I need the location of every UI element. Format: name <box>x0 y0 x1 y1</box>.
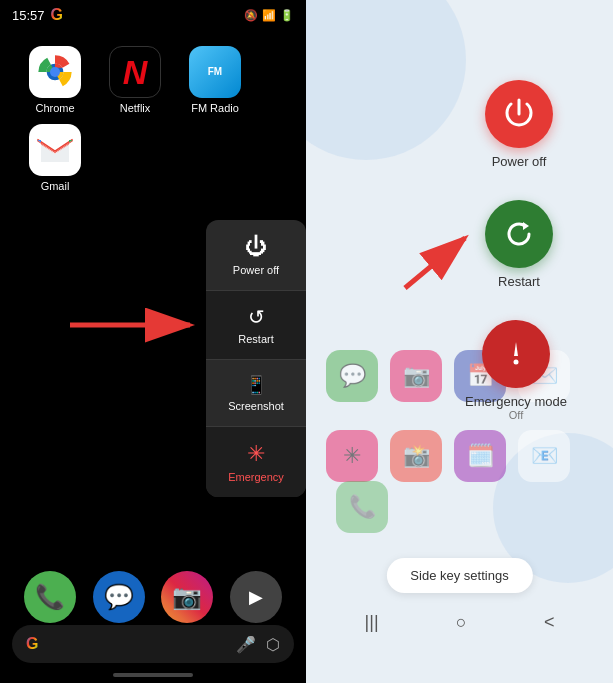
svg-marker-7 <box>523 222 529 230</box>
right-arrow-container <box>395 218 485 302</box>
power-menu-item-screenshot[interactable]: 📱 Screenshot <box>206 360 306 427</box>
emergency-circle <box>482 320 550 388</box>
side-key-label: Side key settings <box>410 568 508 583</box>
instagram-icon: 📷 <box>172 583 202 611</box>
restart-menu-label: Restart <box>238 333 273 345</box>
status-bar: 15:57 G 🔕 📶 🔋 <box>0 0 306 30</box>
microphone-icon[interactable]: 🎤 <box>236 635 256 654</box>
bg-icon-star: ✳ <box>326 430 378 482</box>
nav-back-button[interactable]: < <box>544 612 555 633</box>
messages-icon: 💬 <box>104 583 134 611</box>
dock-messages[interactable]: 💬 <box>93 571 145 623</box>
restart-label: Restart <box>498 274 540 289</box>
app-icon-netflix[interactable]: N Netflix <box>100 46 170 114</box>
power-menu: ⏻ Power off ↺ Restart 📱 Screenshot ✳ Eme… <box>206 220 306 497</box>
side-key-settings-button[interactable]: Side key settings <box>386 558 532 593</box>
bg-circle-1 <box>306 0 466 160</box>
netflix-n: N <box>123 53 148 92</box>
home-indicator <box>113 673 193 677</box>
bg-phone-icon: 📞 <box>336 481 388 533</box>
app-grid: Chrome N Netflix FM FM Radio <box>0 30 306 208</box>
assistant-icon: ▶ <box>249 586 263 608</box>
svg-point-9 <box>514 360 519 365</box>
chrome-label: Chrome <box>35 102 74 114</box>
emergency-icon: ✳ <box>247 441 265 467</box>
status-bar-left: 15:57 G <box>12 6 63 24</box>
bg-icon-gm2: 📧 <box>518 430 570 482</box>
bg-icon-camera: 📷 <box>390 350 442 402</box>
phone-icon: 📞 <box>35 583 65 611</box>
restart-button[interactable]: Restart <box>485 200 553 289</box>
fm-text: FM <box>208 66 222 78</box>
power-off-circle <box>485 80 553 148</box>
search-bar[interactable]: G 🎤 ⬡ <box>12 625 294 663</box>
right-panel: 💬 📷 📅 ✉️ ✳ 📸 🗓️ 📧 📞 Power off Res <box>306 0 613 683</box>
netflix-label: Netflix <box>120 102 151 114</box>
signal-icon: 📶 <box>262 9 276 22</box>
bg-icon-cam: 📸 <box>390 430 442 482</box>
left-arrow-container <box>60 300 210 354</box>
app-icon-fm[interactable]: FM FM Radio <box>180 46 250 114</box>
battery-icon: 🔋 <box>280 9 294 22</box>
fm-icon-img: FM <box>189 46 241 98</box>
emergency-label: Emergency mode <box>465 394 567 409</box>
gmail-icon-img <box>29 124 81 176</box>
fm-label: FM Radio <box>191 102 239 114</box>
app-icon-chrome[interactable]: Chrome <box>20 46 90 114</box>
svg-point-2 <box>50 67 60 77</box>
lens-icon[interactable]: ⬡ <box>266 635 280 654</box>
bg-icon-messages: 💬 <box>326 350 378 402</box>
bottom-nav-right: ||| ○ < <box>306 612 613 633</box>
power-off-label: Power off <box>492 154 547 169</box>
restart-menu-icon: ↺ <box>248 305 265 329</box>
status-bar-right: 🔕 📶 🔋 <box>244 9 294 22</box>
netflix-icon-img: N <box>109 46 161 98</box>
dock: 📞 💬 📷 ▶ <box>0 571 306 623</box>
dock-instagram[interactable]: 📷 <box>161 571 213 623</box>
nav-recents-button[interactable]: ||| <box>365 612 379 633</box>
screenshot-icon: 📱 <box>245 374 267 396</box>
emergency-mode-button[interactable]: Emergency mode Off <box>465 320 567 421</box>
left-panel: 15:57 G 🔕 📶 🔋 <box>0 0 306 683</box>
power-menu-item-restart[interactable]: ↺ Restart <box>206 291 306 360</box>
power-off-icon: ⏻ <box>245 234 267 260</box>
dock-assistant[interactable]: ▶ <box>230 571 282 623</box>
restart-circle <box>485 200 553 268</box>
emergency-menu-label: Emergency <box>228 471 284 483</box>
screenshot-label: Screenshot <box>228 400 284 412</box>
power-off-menu-label: Power off <box>233 264 279 276</box>
app-icon-gmail[interactable]: Gmail <box>20 124 90 192</box>
nav-home-button[interactable]: ○ <box>456 612 467 633</box>
gmail-label: Gmail <box>41 180 70 192</box>
power-off-button[interactable]: Power off <box>485 80 553 169</box>
dock-phone[interactable]: 📞 <box>24 571 76 623</box>
search-google-logo: G <box>26 635 38 653</box>
chrome-icon-img <box>29 46 81 98</box>
mute-icon: 🔕 <box>244 9 258 22</box>
clock: 15:57 <box>12 8 45 23</box>
google-logo: G <box>51 6 63 24</box>
power-menu-item-emergency[interactable]: ✳ Emergency <box>206 427 306 497</box>
bg-app-row-2: ✳ 📸 🗓️ 📧 <box>326 430 570 482</box>
emergency-sublabel: Off <box>509 409 523 421</box>
bg-icon-cal2: 🗓️ <box>454 430 506 482</box>
search-right: 🎤 ⬡ <box>236 635 280 654</box>
power-menu-item-poweroff[interactable]: ⏻ Power off <box>206 220 306 291</box>
bg-phone: 📞 <box>336 481 388 533</box>
